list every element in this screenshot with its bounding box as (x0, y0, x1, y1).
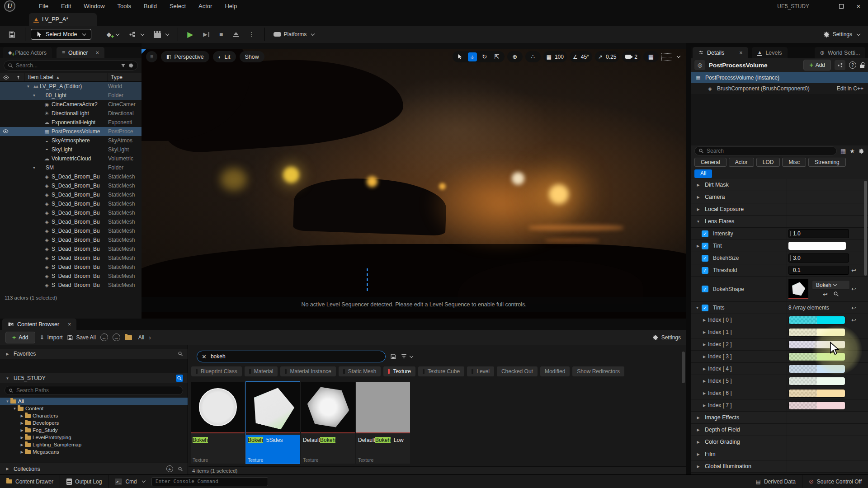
folder-tree-item[interactable]: Characters (0, 412, 188, 419)
tint-array-row[interactable]: Index [ 1 ] (691, 326, 868, 338)
tab-outliner[interactable]: ≡ Outliner × (57, 47, 104, 58)
outliner-row[interactable]: CineCameraActor2 CineCamer (0, 100, 142, 109)
expander-icon[interactable] (25, 84, 31, 89)
back-button[interactable]: ← (100, 333, 108, 341)
folder-tree-item[interactable]: Fog_Study (0, 427, 188, 434)
checkbox[interactable]: ✓ (702, 305, 708, 311)
save-all-button[interactable]: Save All (67, 334, 95, 341)
asset-search-input[interactable]: ✕ bokeh (197, 351, 386, 362)
filter-dropdown[interactable] (401, 354, 413, 359)
play-options-button[interactable]: ⋮ (245, 28, 259, 40)
rotate-tool-icon[interactable]: ↻ (480, 52, 489, 61)
outliner-row[interactable]: SkyAtmosphere SkyAtmos (0, 136, 142, 145)
save-button[interactable] (5, 28, 19, 41)
filter-chip[interactable]: Modified (540, 366, 570, 376)
bokehshape-thumbnail[interactable] (788, 279, 808, 299)
add-actor-button[interactable]: ◆ (103, 28, 123, 40)
outliner-row[interactable]: S_Dead_Broom_Bu StaticMesh (0, 226, 142, 235)
checkbox[interactable]: ✓ (702, 255, 708, 262)
category-filter-button[interactable]: Streaming (808, 158, 846, 167)
display-mode-icon[interactable]: ▦ (840, 148, 846, 155)
details-section-collapsed[interactable]: Dirt Mask (691, 179, 868, 191)
outliner-row[interactable]: S_Dead_Broom_Bu StaticMesh (0, 272, 142, 281)
section-lens-flares[interactable]: Lens Flares (691, 216, 868, 228)
blueprints-button[interactable] (125, 28, 147, 40)
favorites-star-icon[interactable]: ★ (849, 148, 855, 155)
details-section-collapsed[interactable]: Image Effects (691, 412, 868, 424)
collections-search-icon[interactable] (178, 466, 183, 472)
eject-button[interactable] (230, 32, 242, 38)
outliner-row[interactable]: S_Dead_Broom_Bu StaticMesh (0, 235, 142, 244)
layout-grid-icon[interactable] (661, 53, 672, 61)
details-scrollbar[interactable] (864, 181, 867, 276)
tint-array-row[interactable]: Index [ 7 ] (691, 399, 868, 412)
outliner-row[interactable]: S_Dead_Broom_Bu StaticMesh (0, 244, 142, 253)
project-section[interactable]: UE5_STUDY (0, 373, 188, 383)
expander-icon[interactable] (19, 421, 25, 425)
outliner-row[interactable]: S_Dead_Broom_Bu StaticMesh (0, 217, 142, 226)
search-paths-input[interactable]: Search Paths (5, 386, 183, 395)
maximize-button[interactable] (839, 4, 844, 9)
viewport-menu-button[interactable]: ≡ (146, 51, 157, 62)
browse-to-asset-icon[interactable] (833, 291, 839, 297)
tint-color-swatch[interactable] (788, 242, 846, 250)
help-icon[interactable]: ? (849, 61, 856, 69)
forward-button[interactable]: → (113, 333, 120, 341)
expander-icon[interactable] (19, 414, 25, 418)
tint-color-swatch[interactable] (788, 316, 845, 324)
details-settings-icon[interactable] (859, 148, 864, 154)
tab-world-settings[interactable]: ⊕ World Setti... (815, 47, 866, 58)
menu-item[interactable]: Select (164, 1, 191, 11)
save-search-icon[interactable] (390, 353, 396, 360)
tab-levels[interactable]: ▲ Levels (752, 47, 788, 58)
close-tab-icon[interactable]: × (739, 50, 742, 56)
add-asset-button[interactable]: +Add (5, 332, 35, 343)
asset-tile[interactable]: Bokeh_5Sides Texture (246, 382, 300, 464)
expander-icon[interactable] (19, 450, 25, 454)
filter-chip[interactable]: Static Mesh (339, 366, 381, 376)
outliner-row[interactable]: S_Dead_Broom_Bu StaticMesh (0, 181, 142, 190)
all-filter-button[interactable]: All (694, 169, 712, 178)
filter-chip[interactable]: Texture Cube (418, 366, 464, 376)
menu-item[interactable]: Help (219, 1, 242, 11)
menu-item[interactable]: Actor (193, 1, 217, 11)
source-control-button[interactable]: ⊘ Source Control Off (802, 475, 868, 488)
outliner-search-input[interactable]: Search... (4, 61, 138, 70)
expander-icon[interactable] (19, 428, 25, 432)
eye-column-icon[interactable] (0, 75, 12, 80)
tint-array-row[interactable]: Index [ 0 ] ↩ (691, 314, 868, 326)
grid-snap-control[interactable]: ▦100 (543, 51, 567, 62)
outliner-row[interactable]: S_Dead_Broom_Bu StaticMesh (0, 172, 142, 181)
outliner-row[interactable]: S_Dead_Broom_Bu StaticMesh (0, 208, 142, 217)
maximize-viewport-icon[interactable]: ▦ (646, 52, 656, 61)
filter-chip[interactable]: Material Instance (280, 366, 335, 376)
move-tool-icon[interactable] (468, 52, 477, 61)
menu-item[interactable]: Edit (56, 1, 76, 11)
use-selected-asset-icon[interactable]: ↩ (823, 291, 828, 298)
details-section-collapsed[interactable]: Film (691, 448, 868, 460)
filter-chip[interactable]: Show Redirectors (572, 366, 624, 376)
folder-tree-item[interactable]: Content (0, 405, 188, 412)
world-space-icon[interactable]: ⊕ (510, 52, 519, 61)
tint-color-swatch[interactable] (788, 389, 845, 398)
tint-color-swatch[interactable] (788, 401, 845, 410)
collections-section[interactable]: Collections + (0, 463, 188, 474)
viewport-scene[interactable]: No active Level Sequencer detected. Plea… (142, 49, 686, 320)
derived-data-button[interactable]: ▤ Derived Data (750, 475, 802, 488)
expander-icon[interactable] (12, 407, 18, 411)
category-filter-button[interactable]: Misc (782, 158, 806, 167)
component-row[interactable]: BrushComponent (BrushComponent0) Edit in… (691, 83, 868, 94)
expander-icon[interactable] (19, 443, 25, 447)
tint-array-row[interactable]: Index [ 5 ] (691, 375, 868, 387)
scale-tool-icon[interactable]: ⇱ (492, 52, 501, 61)
tab-details[interactable]: Details × (693, 47, 748, 58)
visibility-eye-icon[interactable] (3, 128, 9, 134)
layout-chevron-icon[interactable] (677, 54, 680, 58)
folder-tree-item[interactable]: Lighting_Samplemap (0, 441, 188, 448)
asset-tile[interactable]: DefaultBokeh Texture (301, 382, 355, 464)
category-filter-button[interactable]: Actor (729, 158, 754, 167)
outliner-row[interactable]: S_Dead_Broom_Bu StaticMesh (0, 253, 142, 263)
surface-snap-icon[interactable]: ∴ (528, 52, 538, 61)
add-collection-icon[interactable]: + (166, 465, 173, 472)
details-section-collapsed[interactable]: Depth of Field (691, 424, 868, 436)
